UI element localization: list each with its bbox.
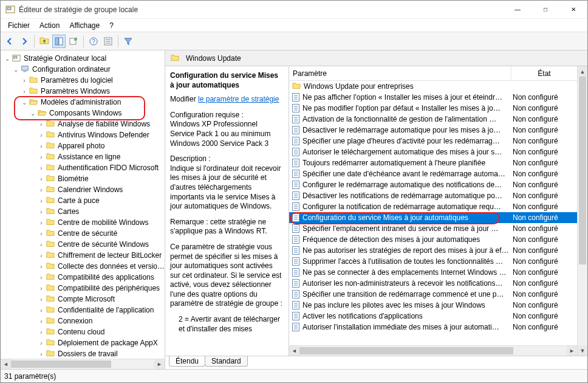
- list-row[interactable]: Spécifier une plage d'heures d'activité …: [289, 136, 577, 147]
- list-scrollbar-horizontal[interactable]: ◄ ►: [289, 345, 577, 356]
- scroll-up-button[interactable]: ▲: [578, 66, 587, 77]
- collapse-icon[interactable]: ⌄: [20, 99, 29, 106]
- tree-item[interactable]: ›Assistance en ligne: [1, 151, 165, 162]
- tree-item[interactable]: ›Confidentialité de l'application: [1, 305, 165, 316]
- expand-icon[interactable]: ›: [37, 340, 46, 347]
- collapse-icon[interactable]: ⌄: [3, 55, 12, 62]
- help-button[interactable]: ?: [87, 35, 100, 48]
- tree-modeles-admin[interactable]: ⌄ Modèles d'administration: [1, 97, 165, 108]
- scroll-track[interactable]: [11, 359, 154, 369]
- column-parameter[interactable]: Paramètre: [289, 66, 511, 80]
- tree-item[interactable]: ›Cartes: [1, 206, 165, 217]
- tree-item[interactable]: ›Centre de mobilité Windows: [1, 217, 165, 228]
- menu-view[interactable]: Affichage: [64, 20, 104, 31]
- edit-policy-link[interactable]: le paramètre de stratégie: [198, 95, 279, 103]
- tree-item[interactable]: ›Antivirus Windows Defender: [1, 129, 165, 140]
- tab-extended[interactable]: Étendu: [169, 356, 205, 367]
- list-row[interactable]: Toujours redémarrer automatiquement à l'…: [289, 157, 577, 168]
- expand-icon[interactable]: ›: [37, 209, 46, 215]
- expand-icon[interactable]: ›: [20, 77, 29, 84]
- list-row[interactable]: Ne pas afficher l'option « Installer les…: [289, 92, 577, 103]
- column-state[interactable]: État: [511, 66, 577, 80]
- tree-config-computer[interactable]: ⌄ Configuration ordinateur: [1, 64, 165, 75]
- tree-item[interactable]: ›Compatibilité des applications: [1, 272, 165, 283]
- menu-help[interactable]: ?: [104, 20, 118, 31]
- list-row[interactable]: Ne pas inclure les pilotes avec les mise…: [289, 300, 577, 311]
- list-folder-row[interactable]: Windows Update pour entreprises: [289, 81, 577, 92]
- expand-icon[interactable]: ›: [37, 165, 46, 171]
- scroll-track[interactable]: [578, 77, 587, 345]
- tree-item[interactable]: ›Compatibilité des périphériques: [1, 283, 165, 294]
- list-row[interactable]: Configuration du service Mises à jour au…: [289, 212, 577, 223]
- expand-icon[interactable]: ›: [37, 351, 46, 357]
- tree-item[interactable]: ›Compte Microsoft: [1, 294, 165, 305]
- minimize-button[interactable]: —: [504, 1, 532, 18]
- expand-icon[interactable]: ›: [37, 176, 46, 182]
- expand-icon[interactable]: ›: [37, 318, 46, 325]
- tree-item[interactable]: ›Centre de sécurité Windows: [1, 239, 165, 250]
- tree-params-windows[interactable]: › Paramètres Windows: [1, 86, 165, 97]
- list-row[interactable]: Autoriser les non-administrateurs à rece…: [289, 278, 577, 289]
- forward-button[interactable]: [18, 35, 31, 48]
- list-row[interactable]: Ne pas autoriser les stratégies de repor…: [289, 245, 577, 256]
- list-row[interactable]: Autoriser le téléchargement automatique …: [289, 147, 577, 157]
- back-button[interactable]: [3, 35, 16, 48]
- menu-action[interactable]: Action: [35, 20, 64, 31]
- expand-icon[interactable]: ›: [37, 132, 46, 139]
- expand-icon[interactable]: ›: [37, 187, 46, 193]
- tree-item[interactable]: ›Carte à puce: [1, 195, 165, 206]
- tab-standard[interactable]: Standard: [205, 356, 248, 367]
- expand-icon[interactable]: ›: [37, 307, 46, 314]
- scroll-thumb[interactable]: [11, 361, 111, 368]
- list-row[interactable]: Spécifier une transition de redémarrage …: [289, 289, 577, 300]
- settings-list[interactable]: Windows Update pour entreprisesNe pas af…: [289, 81, 577, 345]
- policy-tree[interactable]: ⌄ Stratégie Ordinateur local ⌄ Configura…: [1, 50, 165, 369]
- tree-item[interactable]: ›Appareil photo: [1, 140, 165, 151]
- scroll-thumb[interactable]: [579, 77, 586, 264]
- expand-icon[interactable]: ›: [37, 329, 46, 336]
- expand-icon[interactable]: ›: [37, 241, 46, 248]
- export-button[interactable]: [67, 35, 80, 48]
- tree-item[interactable]: ›Dossiers de travail: [1, 348, 165, 359]
- tree-composants-windows[interactable]: ⌄ Composants Windows: [1, 108, 165, 119]
- expand-icon[interactable]: ›: [37, 296, 46, 303]
- scroll-left-button[interactable]: ◄: [289, 346, 299, 356]
- collapse-icon[interactable]: ⌄: [12, 66, 20, 73]
- tree-scrollbar-horizontal[interactable]: ◄ ►: [1, 359, 165, 369]
- show-tree-button[interactable]: [52, 35, 66, 48]
- list-row[interactable]: Configurer le redémarrage automatique de…: [289, 179, 577, 190]
- menu-file[interactable]: Fichier: [3, 20, 35, 31]
- properties-button[interactable]: [101, 35, 115, 48]
- tree-item[interactable]: ›Contenu cloud: [1, 326, 165, 337]
- list-scrollbar-vertical[interactable]: ▲ ▼: [577, 66, 587, 356]
- expand-icon[interactable]: ›: [37, 285, 46, 292]
- tree-item[interactable]: ›Calendrier Windows: [1, 184, 165, 195]
- list-row[interactable]: Supprimer l'accès à l'utilisation de tou…: [289, 256, 577, 267]
- list-row[interactable]: Spécifier l'emplacement intranet du serv…: [289, 223, 577, 234]
- expand-icon[interactable]: ›: [37, 230, 46, 237]
- list-row[interactable]: Autoriser l'installation immédiate des m…: [289, 322, 577, 333]
- tree-root[interactable]: ⌄ Stratégie Ordinateur local: [1, 53, 165, 64]
- tree-item[interactable]: ›Chiffrement de lecteur BitLocker: [1, 250, 165, 261]
- expand-icon[interactable]: ›: [37, 198, 46, 204]
- scroll-thumb[interactable]: [299, 347, 513, 354]
- list-row[interactable]: Fréquence de détection des mises à jour …: [289, 234, 577, 245]
- close-button[interactable]: ✕: [559, 1, 587, 18]
- list-row[interactable]: Désactiver les notifications de redémarr…: [289, 190, 577, 201]
- list-row[interactable]: Activation de la fonctionnalité de gesti…: [289, 114, 577, 125]
- tree-params-logiciel[interactable]: › Paramètres du logiciel: [1, 75, 165, 86]
- expand-icon[interactable]: ›: [37, 121, 46, 128]
- expand-icon[interactable]: ›: [37, 154, 46, 160]
- list-row[interactable]: Ne pas modifier l'option par défaut « In…: [289, 103, 577, 114]
- scroll-left-button[interactable]: ◄: [1, 359, 11, 370]
- scroll-right-button[interactable]: ►: [567, 346, 577, 356]
- expand-icon[interactable]: ›: [37, 274, 46, 281]
- tree-item[interactable]: ›Déploiement de package AppX: [1, 337, 165, 348]
- expand-icon[interactable]: ›: [37, 252, 46, 259]
- list-row[interactable]: Désactiver le redémarrage automatique po…: [289, 125, 577, 136]
- expand-icon[interactable]: ›: [37, 263, 46, 270]
- list-row[interactable]: Ne pas se connecter à des emplacements I…: [289, 267, 577, 278]
- expand-icon[interactable]: ›: [37, 143, 46, 150]
- scroll-track[interactable]: [299, 346, 567, 356]
- up-level-button[interactable]: [38, 35, 51, 48]
